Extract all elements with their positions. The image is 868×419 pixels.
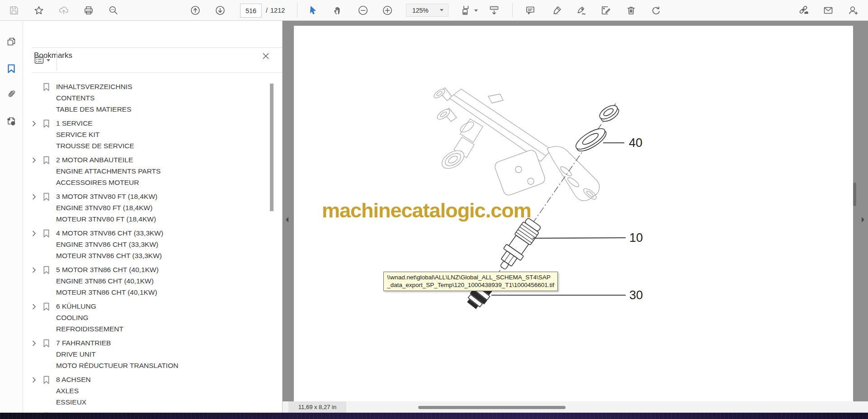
select-cursor-icon[interactable] [306, 4, 320, 17]
vertical-scrollbar[interactable] [853, 183, 856, 206]
chevron-right-icon[interactable] [32, 191, 43, 202]
sign-icon[interactable] [575, 4, 588, 17]
panel-scrollbar[interactable] [270, 84, 274, 211]
tooltip-line-2: _data_export_SP_Temp\120_1000438939_T1\1… [387, 281, 554, 289]
bookmark-icon [43, 154, 56, 166]
comment-icon[interactable] [524, 4, 537, 17]
bookmark-icon [43, 374, 56, 386]
page-separator: / [266, 7, 268, 14]
bookmark-icon [43, 301, 56, 313]
nut-part [597, 103, 621, 124]
part-label-30: 30 [629, 288, 643, 302]
bookmark-item[interactable]: 6 KÜHLUNGCOOLINGREFROIDISSEMENT [32, 301, 269, 334]
chevron-down-icon [47, 59, 50, 61]
acrobat-window: / 1212 125% [0, 0, 868, 419]
horizontal-scrollbar[interactable] [418, 406, 566, 409]
cloud-upload-icon[interactable] [57, 4, 71, 17]
bookmark-icon [43, 264, 56, 276]
page-up-icon[interactable] [189, 4, 202, 17]
bookmark-label: INHALTSVERZEICHNIS [56, 81, 132, 92]
watermark-text: machinecatalogic.com [322, 199, 531, 222]
toolbar-divider [297, 3, 297, 17]
page-total: 1212 [270, 7, 285, 14]
tooltip-line-1: \\wnad.net\global\ALL\LNZ\Global_ALL_SCH… [387, 273, 554, 281]
page-size-label: 11,69 x 8,27 in [288, 401, 346, 413]
bookmark-icon [43, 191, 56, 203]
expand-right-pane-icon[interactable] [860, 216, 866, 224]
chevron-right-icon[interactable] [32, 227, 43, 238]
parts-diagram: machinecatalogic.com [294, 26, 853, 401]
search-icon[interactable] [107, 4, 120, 17]
highlight-icon[interactable] [550, 4, 564, 17]
pdf-page: machinecatalogic.com [294, 26, 853, 401]
email-icon[interactable] [821, 4, 835, 17]
svg-text:i: i [13, 122, 14, 125]
left-rail: i [0, 20, 23, 413]
collapse-panel-icon[interactable] [284, 216, 290, 224]
file-path-tooltip: \\wnad.net\global\ALL\LNZ\Global_ALL_SCH… [383, 272, 558, 291]
panel-divider [32, 47, 282, 48]
fit-width-icon[interactable] [460, 4, 473, 17]
page-thumbnails-icon[interactable] [5, 35, 18, 48]
page-down-icon[interactable] [213, 4, 227, 17]
chevron-right-icon[interactable] [32, 264, 43, 275]
bookmark-icon [43, 118, 56, 130]
print-icon[interactable] [82, 4, 95, 17]
bookmark-label: 3 MOTOR 3TNV80 FT (18,4KW) [56, 191, 157, 202]
bookmark-item[interactable]: 7 FAHRANTRIEBDRIVE UNITMOTO RÉDUCTUEUR T… [32, 337, 269, 371]
bookmark-item[interactable]: 3 MOTOR 3TNV80 FT (18,4KW)ENGINE 3TNV80 … [32, 191, 269, 225]
chevron-right-icon[interactable] [32, 374, 43, 385]
bookmark-label: 7 FAHRANTRIEB [56, 337, 178, 348]
close-icon[interactable] [262, 52, 270, 60]
bookmark-item[interactable]: INHALTSVERZEICHNISCONTENTSTABLE DES MATI… [32, 81, 269, 115]
fit-options-caret[interactable] [473, 4, 479, 17]
page-number-input[interactable] [240, 4, 262, 18]
valve-part-10 [494, 217, 543, 274]
bookmark-icon [43, 337, 56, 349]
bookmark-options-button[interactable] [34, 55, 54, 66]
file-info-icon[interactable]: i [5, 114, 18, 128]
star-icon[interactable] [32, 4, 46, 17]
bookmark-item[interactable]: 4 MOTOR 3TNV86 CHT (33,3KW)ENGINE 3TNV86… [32, 227, 269, 261]
document-bottom-bar: 11,69 x 8,27 in [283, 401, 868, 413]
zoom-in-icon[interactable] [381, 4, 394, 17]
bookmark-item[interactable]: 1 SERVICESERVICE KITTROUSSE DE SERVICE [32, 118, 269, 151]
bookmark-icon [43, 227, 56, 240]
bookmark-list: INHALTSVERZEICHNISCONTENTSTABLE DES MATI… [23, 81, 269, 413]
scroll-mode-icon[interactable] [487, 4, 501, 17]
zoom-level-value: 125% [412, 7, 429, 14]
part-label-10: 10 [629, 231, 643, 245]
taskbar-strip [0, 413, 868, 419]
bookmark-label: 4 MOTOR 3TNV86 CHT (33,3KW) [56, 227, 163, 239]
add-person-icon[interactable] [846, 4, 860, 17]
panel-divider [32, 72, 282, 73]
top-toolbar: / 1212 125% [0, 0, 868, 21]
bookmark-item[interactable]: 5 MOTOR 3TN86 CHT (40,1KW)ENGINE 3TN86 C… [32, 264, 269, 298]
redo-icon[interactable] [649, 4, 663, 17]
chevron-right-icon[interactable] [32, 337, 43, 348]
fill-sign-icon[interactable] [599, 4, 613, 17]
delete-icon[interactable] [624, 4, 638, 17]
chevron-right-icon[interactable] [32, 154, 43, 165]
bookmark-item[interactable]: 8 ACHSENAXLESESSIEUX [32, 374, 269, 408]
chevron-right-icon[interactable] [32, 118, 43, 128]
attachments-icon[interactable] [5, 87, 18, 101]
bookmark-icon [43, 81, 56, 93]
hand-tool-icon[interactable] [331, 4, 345, 17]
chevron-down-icon [440, 9, 443, 11]
share-link-icon[interactable] [797, 4, 810, 17]
document-area: machinecatalogic.com [283, 20, 868, 413]
part-label-40: 40 [629, 136, 642, 150]
bracket-assembly [433, 88, 599, 201]
chevron-right-icon[interactable] [32, 301, 43, 311]
bookmark-label: 8 ACHSEN [56, 374, 91, 385]
save-icon[interactable] [7, 4, 21, 17]
bookmark-label: 1 SERVICE [56, 118, 134, 129]
bookmark-label: 2 MOTOR ANBAUTEILE [56, 154, 160, 165]
zoom-out-icon[interactable] [356, 4, 370, 17]
bookmark-item[interactable]: 2 MOTOR ANBAUTEILEENGINE ATTACHMENTS PAR… [32, 154, 269, 188]
washer-part-40 [573, 125, 609, 155]
zoom-level-dropdown[interactable]: 125% [406, 4, 448, 17]
bookmarks-icon[interactable] [5, 62, 18, 75]
page-number-field[interactable] [241, 7, 261, 15]
